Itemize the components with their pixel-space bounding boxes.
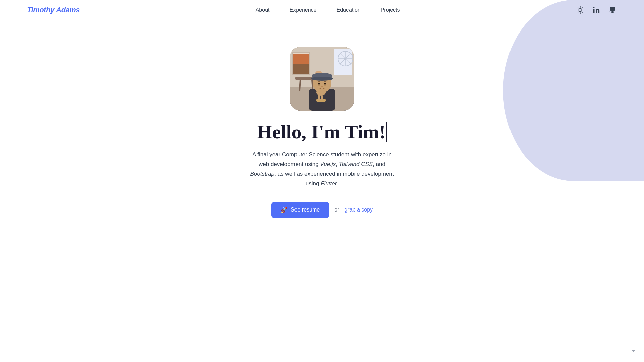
- tech-flutter: Flutter: [321, 180, 337, 187]
- theme-toggle[interactable]: [576, 5, 585, 15]
- svg-point-9: [593, 7, 595, 8]
- or-separator: or: [334, 207, 339, 213]
- theme-icon: [577, 6, 584, 14]
- nav-link-education[interactable]: Education: [337, 7, 361, 13]
- see-resume-button[interactable]: 🚀 See resume: [271, 202, 329, 218]
- resume-button-label: See resume: [291, 207, 320, 213]
- hero-heading-text: Hello, I'm Tim!: [257, 121, 386, 143]
- hero-description: A final year Computer Science student wi…: [248, 150, 396, 189]
- nav-link-projects[interactable]: Projects: [381, 7, 400, 13]
- nav-link-experience[interactable]: Experience: [289, 7, 316, 13]
- site-logo[interactable]: Timothy Adams: [27, 6, 80, 14]
- tech-tailwind: Tailwind CSS: [339, 161, 373, 167]
- svg-point-0: [579, 8, 582, 11]
- scroll-indicator: [629, 347, 637, 355]
- grab-copy-label: grab a copy: [344, 207, 373, 213]
- svg-rect-41: [318, 95, 320, 100]
- nav-link-about[interactable]: About: [256, 7, 270, 13]
- nav-item-education[interactable]: Education: [337, 7, 361, 13]
- svg-line-24: [300, 80, 300, 90]
- nav-item-about[interactable]: About: [256, 7, 270, 13]
- avatar-svg: [290, 47, 354, 111]
- cursor-blink: [386, 122, 387, 142]
- svg-line-4: [582, 12, 583, 12]
- svg-rect-42: [321, 95, 323, 100]
- github-icon: [609, 6, 616, 14]
- svg-line-8: [582, 7, 583, 8]
- chevron-down-icon: [631, 349, 636, 354]
- svg-point-36: [324, 83, 326, 85]
- svg-rect-14: [293, 54, 309, 64]
- linkedin-icon: [593, 6, 600, 14]
- svg-line-3: [578, 7, 578, 8]
- avatar-image: [290, 47, 354, 111]
- tech-bootstrap: Bootstrap: [250, 171, 274, 177]
- logo-last: Adams: [56, 6, 80, 14]
- svg-point-39: [316, 89, 326, 96]
- nav-item-projects[interactable]: Projects: [381, 7, 400, 13]
- avatar: [290, 47, 354, 111]
- tech-vuejs: Vue.js: [320, 161, 336, 167]
- navbar: Timothy Adams About Experience Education…: [0, 0, 644, 20]
- logo-first: Timothy: [27, 6, 54, 14]
- svg-point-37: [321, 86, 323, 87]
- hero-heading: Hello, I'm Tim!: [257, 121, 387, 143]
- nav-icons: [576, 5, 617, 15]
- nav-links: About Experience Education Projects: [256, 7, 400, 13]
- hero-section: Hello, I'm Tim! A final year Computer Sc…: [0, 20, 644, 218]
- svg-point-35: [318, 83, 320, 85]
- svg-rect-15: [293, 64, 309, 74]
- hero-actions: 🚀 See resume or grab a copy: [271, 202, 373, 218]
- github-link[interactable]: [608, 5, 617, 15]
- svg-line-7: [578, 12, 578, 12]
- grab-copy-button[interactable]: grab a copy: [344, 207, 373, 213]
- nav-item-experience[interactable]: Experience: [289, 7, 316, 13]
- rocket-icon: 🚀: [281, 207, 287, 213]
- linkedin-link[interactable]: [592, 5, 601, 15]
- svg-point-32: [311, 77, 333, 81]
